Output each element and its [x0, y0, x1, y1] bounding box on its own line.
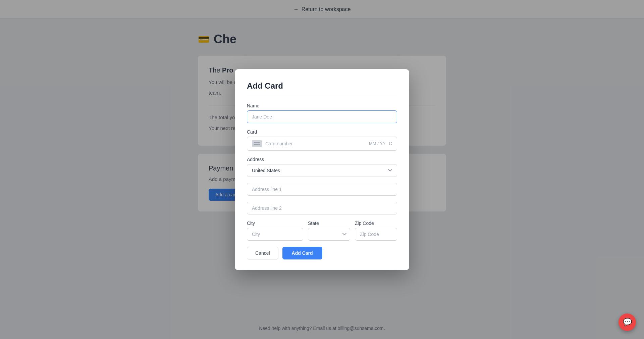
address-line2-group [247, 202, 397, 214]
city-group: City [247, 221, 303, 241]
zip-group: Zip Code [355, 221, 397, 241]
modal-title: Add Card [247, 81, 397, 91]
card-cvc-placeholder: C [389, 141, 392, 146]
modal-divider [247, 96, 397, 96]
add-card-button[interactable]: Add Card [282, 247, 322, 259]
state-label: State [308, 221, 350, 226]
chat-icon: 💬 [623, 318, 632, 327]
add-card-modal: Add Card Name Card Card number MM / YY [235, 69, 409, 270]
modal-overlay: Add Card Name Card Card number MM / YY [0, 0, 644, 339]
cancel-button[interactable]: Cancel [247, 247, 278, 259]
card-expiry-placeholder: MM / YY [369, 141, 386, 146]
zip-label: Zip Code [355, 221, 397, 226]
address-group: Address United States Canada United King… [247, 157, 397, 177]
city-state-zip-row: City State CA NY TX Zip Code [247, 221, 397, 241]
card-field-right: MM / YY C [369, 141, 392, 146]
name-label: Name [247, 103, 397, 108]
card-field[interactable]: Card number MM / YY C [247, 137, 397, 151]
address-line1-input[interactable] [247, 183, 397, 196]
card-label: Card [247, 129, 397, 135]
name-input[interactable] [247, 110, 397, 123]
city-label: City [247, 221, 303, 226]
country-select[interactable]: United States Canada United Kingdom Aust… [247, 164, 397, 177]
zip-input[interactable] [355, 228, 397, 241]
city-input[interactable] [247, 228, 303, 241]
address-line2-input[interactable] [247, 202, 397, 214]
card-number-placeholder: Card number [265, 141, 366, 146]
name-group: Name [247, 103, 397, 123]
address-line1-group [247, 183, 397, 196]
card-icon-line2 [254, 144, 260, 145]
card-brand-icon [252, 140, 262, 147]
card-icon-line1 [254, 142, 260, 143]
address-label: Address [247, 157, 397, 162]
modal-footer: Cancel Add Card [247, 247, 397, 259]
card-icon-lines [254, 142, 260, 145]
state-group: State CA NY TX [308, 221, 350, 241]
chat-button[interactable]: 💬 [619, 313, 636, 331]
state-select[interactable]: CA NY TX [308, 228, 350, 241]
card-group: Card Card number MM / YY C [247, 129, 397, 151]
